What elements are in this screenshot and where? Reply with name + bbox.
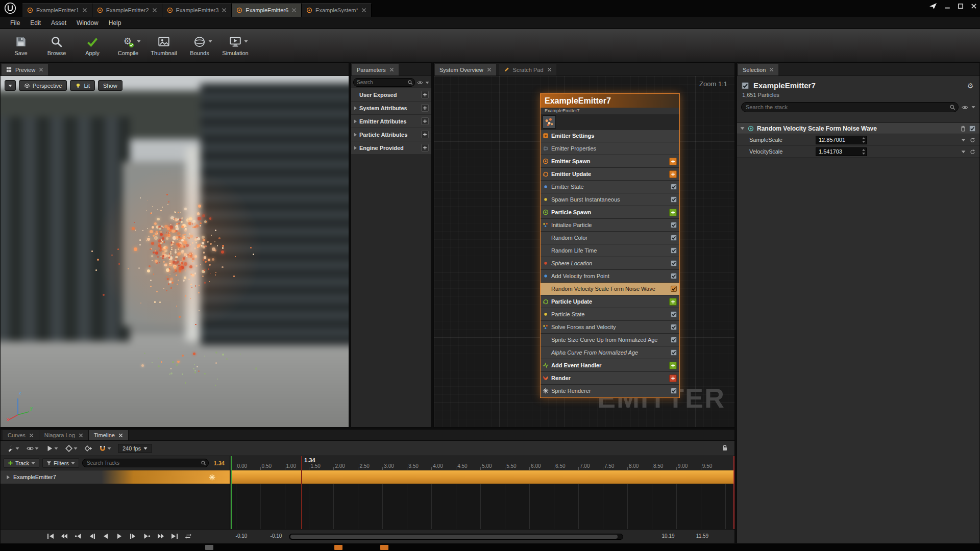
close-tab-icon[interactable] xyxy=(291,8,297,13)
close-tab-icon[interactable] xyxy=(82,8,87,13)
stack-row-sphere-location[interactable]: Sphere Location xyxy=(541,257,679,269)
chevron-down-icon[interactable] xyxy=(425,81,429,85)
stack-row-solve-forces-and-velocity[interactable]: Solve Forces and Velocity xyxy=(541,321,679,333)
toolbar-apply-button[interactable]: Apply xyxy=(77,31,108,60)
close-tab-icon[interactable] xyxy=(118,433,123,438)
toolbar-browse-button[interactable]: Browse xyxy=(41,31,72,60)
emitter-track-band[interactable] xyxy=(231,470,734,484)
preview-tab[interactable]: Preview xyxy=(2,64,48,76)
toolbar-compile-button[interactable]: ⚙Compile xyxy=(112,31,144,60)
working-range-start[interactable]: -0.10 xyxy=(266,533,286,539)
tab-system-overview[interactable]: System Overview xyxy=(435,64,496,76)
module-enabled-checkbox[interactable] xyxy=(671,196,677,203)
doc-tab-exampleemitter3[interactable]: ExampleEmitter3 xyxy=(162,3,232,17)
timeline-scrollbar-thumb[interactable] xyxy=(290,535,618,539)
frame-forward-button[interactable] xyxy=(128,532,138,540)
value-spinner[interactable] xyxy=(862,137,866,143)
track-list-empty-area[interactable] xyxy=(1,484,230,529)
expand-track-icon[interactable] xyxy=(6,475,10,480)
stack-row-add-event-handler[interactable]: Add Event Handler xyxy=(541,359,679,371)
parameters-tab[interactable]: Parameters xyxy=(352,64,399,76)
viewport-options-button[interactable] xyxy=(5,80,16,91)
stack-row-initialize-particle[interactable]: Initialize Particle xyxy=(541,219,679,231)
preview-viewport[interactable]: PerspectiveLitShow z x y xyxy=(1,76,349,427)
stack-row-sprite-renderer[interactable]: Sprite Renderer xyxy=(541,385,679,397)
expand-arrow-icon[interactable] xyxy=(353,106,357,110)
close-tab-icon[interactable] xyxy=(547,67,552,72)
filters-button[interactable]: Filters xyxy=(42,458,79,468)
add-module-button[interactable] xyxy=(669,374,677,382)
parameter-section-user-exposed[interactable]: User Exposed xyxy=(351,88,431,101)
playback-start-marker[interactable] xyxy=(231,456,232,529)
stack-row-emitter-properties[interactable]: Emitter Properties xyxy=(541,142,679,155)
close-tab-icon[interactable] xyxy=(29,433,34,438)
doc-tab-exampleemitter1[interactable]: ExampleEmitter1 xyxy=(22,3,92,17)
selection-tab[interactable]: Selection xyxy=(738,64,778,76)
module-enabled-checkbox[interactable] xyxy=(671,273,677,279)
emitter-node-title[interactable]: ExampleEmitter7 xyxy=(541,94,679,108)
chevron-down-icon[interactable] xyxy=(971,105,975,109)
stack-search-input[interactable] xyxy=(741,102,959,112)
to-front-button[interactable] xyxy=(45,532,56,540)
magnet-tool-button[interactable] xyxy=(96,445,114,452)
burst-key-icon[interactable] xyxy=(209,474,215,481)
taskbar-app-icon[interactable] xyxy=(380,545,388,550)
stack-row-random-life-time[interactable]: Random Life Time xyxy=(541,244,679,257)
tab-niagara-log[interactable]: Niagara Log xyxy=(39,430,89,440)
tracks-search-input[interactable] xyxy=(82,459,209,467)
parameter-section-system-attributes[interactable]: System Attributes xyxy=(351,102,431,114)
tab-timeline[interactable]: Timeline xyxy=(89,430,129,440)
stack-row-render[interactable]: Render xyxy=(541,372,679,384)
menu-item-help[interactable]: Help xyxy=(104,17,127,29)
doc-tab-exampleemitter6[interactable]: ExampleEmitter6 xyxy=(232,3,302,17)
menu-item-asset[interactable]: Asset xyxy=(46,17,71,29)
close-tab-icon[interactable] xyxy=(39,67,43,72)
playback-end-marker[interactable] xyxy=(733,456,734,529)
parameters-search-input[interactable] xyxy=(353,78,415,87)
module-enabled-checkbox[interactable] xyxy=(671,349,677,356)
play-button[interactable] xyxy=(114,532,125,540)
stack-row-sprite-size-curve-up-from-normalized-age[interactable]: Sprite Size Curve Up from Normalized Age xyxy=(541,334,679,346)
stack-row-particle-update[interactable]: Particle Update xyxy=(541,295,679,308)
parameter-section-engine-provided[interactable]: Engine Provided xyxy=(351,141,431,154)
dropdown-caret-icon[interactable] xyxy=(961,149,966,154)
close-tab-icon[interactable] xyxy=(389,67,394,72)
close-window-button[interactable] xyxy=(971,3,977,9)
expand-arrow-icon[interactable] xyxy=(353,146,357,150)
add-parameter-button[interactable] xyxy=(421,144,429,152)
stack-row-particle-state[interactable]: Particle State xyxy=(541,308,679,320)
close-tab-icon[interactable] xyxy=(769,67,774,72)
view-range-start[interactable]: -0.10 xyxy=(231,533,252,539)
close-tab-icon[interactable] xyxy=(79,433,83,438)
lock-icon[interactable] xyxy=(721,444,728,452)
diamond-plus-tool-button[interactable] xyxy=(82,445,94,452)
dropdown-caret-icon[interactable] xyxy=(208,39,212,43)
module-enabled-checkbox[interactable] xyxy=(671,388,677,394)
visibility-filter-icon[interactable] xyxy=(962,104,968,111)
stack-row-emitter-state[interactable]: Emitter State xyxy=(541,181,679,193)
delete-module-icon[interactable] xyxy=(960,126,966,132)
layout-share-icon[interactable] xyxy=(929,2,937,10)
view-range-end[interactable]: 11.59 xyxy=(692,533,713,539)
add-track-button[interactable]: Track xyxy=(4,458,39,468)
emitter-track-row[interactable]: ExampleEmitter7 xyxy=(1,470,230,484)
module-enabled-checkbox[interactable] xyxy=(969,126,975,132)
stack-row-emitter-spawn[interactable]: Emitter Spawn xyxy=(541,155,679,167)
stack-row-emitter-update[interactable]: Emitter Update xyxy=(541,168,679,180)
module-enabled-checkbox[interactable] xyxy=(671,337,677,343)
next-key-button[interactable] xyxy=(142,532,152,540)
close-tab-icon[interactable] xyxy=(152,8,157,13)
viewport-show-button[interactable]: Show xyxy=(98,80,122,91)
wrench-tool-button[interactable] xyxy=(5,445,22,452)
doc-tab-examplesystem[interactable]: ExampleSystem* xyxy=(302,3,372,17)
prev-key-button[interactable] xyxy=(73,532,83,540)
add-module-button[interactable] xyxy=(669,209,677,216)
gear-icon[interactable]: ⚙ xyxy=(966,82,974,90)
module-enabled-checkbox[interactable] xyxy=(671,235,677,241)
expand-arrow-icon[interactable] xyxy=(353,119,357,123)
tab-curves[interactable]: Curves xyxy=(3,430,39,440)
timeline-area[interactable]: 0.000.501.001.502.002.503.003.504.004.50… xyxy=(231,456,734,529)
module-header[interactable]: Random Velocity Scale Form Noise Wave xyxy=(737,122,979,134)
module-enabled-checkbox[interactable] xyxy=(671,222,677,228)
add-parameter-button[interactable] xyxy=(421,104,429,112)
